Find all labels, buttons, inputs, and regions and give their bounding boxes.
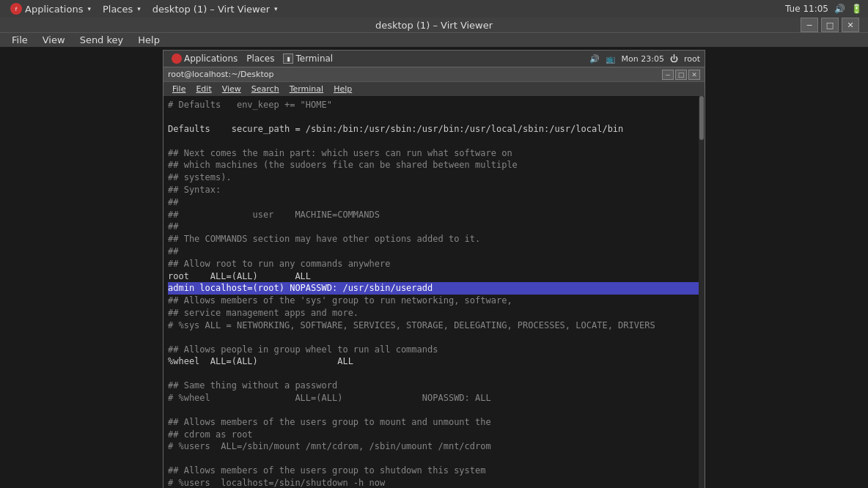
places-menu[interactable]: Places ▾ [98, 0, 145, 18]
inner-terminal-icon: ▮ [283, 53, 293, 64]
terminal-line: # %sys ALL = NETWORKING, SOFTWARE, SERVI… [168, 319, 700, 332]
inner-title-text: root@localhost:~/Desktop [168, 70, 273, 79]
inner-terminal-label: Terminal [295, 53, 333, 64]
close-button[interactable]: ✕ [842, 18, 859, 32]
terminal-line: ## Allows members of the 'sys' group to … [168, 295, 700, 307]
inner-menu-terminal[interactable]: Terminal [285, 84, 328, 95]
inner-close-button[interactable]: ✕ [688, 70, 700, 80]
menu-view[interactable]: View [37, 33, 71, 47]
terminal-line: ## The COMMANDS section may have other o… [168, 233, 700, 245]
inner-minimize-button[interactable]: − [662, 70, 674, 80]
terminal-line: ## cdrom as root [168, 429, 700, 441]
inner-places-label: Places [246, 53, 274, 64]
inner-terminal-menu[interactable]: ▮ Terminal [279, 53, 336, 64]
terminal-line [168, 368, 700, 380]
inner-screen-icon: 📺 [606, 54, 616, 64]
scrollbar[interactable] [699, 96, 705, 488]
inner-top-left: Applications Places ▮ Terminal [168, 53, 336, 64]
menu-file[interactable]: File [6, 33, 34, 47]
inner-places-menu[interactable]: Places [243, 53, 278, 64]
inner-title-controls: − □ ✕ [662, 70, 700, 80]
inner-time: Mon 23:05 [622, 54, 664, 64]
menu-send-key[interactable]: Send key [74, 33, 130, 47]
fedora-icon: f [10, 3, 22, 15]
terminal-line: admin localhost=(root) NOPASSWD: /usr/sb… [168, 282, 700, 295]
inner-applications-label: Applications [184, 53, 238, 64]
inner-fedora-icon [172, 53, 182, 64]
terminal-line: ## Allows people in group wheel to run a… [168, 344, 700, 356]
system-bar-right: Tue 11:05 🔊 🔋 [785, 4, 862, 14]
terminal-line: # Defaults env_keep += "HOME" [168, 99, 700, 111]
terminal-line: ## [168, 196, 700, 209]
terminal-line: %wheel ALL=(ALL) ALL [168, 355, 700, 368]
terminal-line [168, 332, 700, 344]
volume-icon[interactable]: 🔊 [834, 4, 845, 14]
applications-label: Applications [25, 4, 83, 15]
system-bar-left: f Applications ▾ Places ▾ desktop (1) – … [6, 0, 282, 18]
inner-menu-help[interactable]: Help [329, 84, 356, 95]
terminal-line: ## Allow root to run any commands anywhe… [168, 258, 700, 270]
inner-menu-search[interactable]: Search [247, 84, 284, 95]
terminal-line: ## [168, 221, 700, 233]
terminal-line [168, 136, 700, 147]
places-arrow: ▾ [137, 5, 141, 12]
terminal-content[interactable]: # Defaults env_keep += "HOME"Defaults se… [163, 96, 705, 488]
maximize-button[interactable]: □ [821, 18, 839, 32]
terminal-line [168, 111, 700, 123]
terminal-line: ## Syntax: [168, 184, 700, 196]
terminal-line: ## which machines (the sudoers file can … [168, 159, 700, 171]
terminal-line: ## user MACHINE=COMMANDS [168, 209, 700, 221]
battery-icon: 🔋 [851, 4, 862, 14]
inner-menu-file[interactable]: File [168, 84, 190, 95]
terminal-line: ## systems). [168, 171, 700, 184]
vm-display: Applications Places ▮ Terminal 🔊 📺 Mon 2… [0, 47, 868, 488]
terminal-line: # %users ALL=/sbin/mount /mnt/cdrom, /sb… [168, 440, 700, 453]
virt-title-bar: desktop (1) – Virt Viewer − □ ✕ [0, 18, 868, 32]
system-bar: f Applications ▾ Places ▾ desktop (1) – … [0, 0, 868, 18]
terminal-line: ## Same thing without a password [168, 380, 700, 392]
terminal-line [168, 404, 700, 416]
applications-arrow: ▾ [87, 5, 91, 12]
virt-viewer-menu[interactable]: desktop (1) – Virt Viewer ▾ [148, 0, 282, 18]
inner-volume-icon: 🔊 [589, 54, 600, 64]
inner-power-icon: ⏻ [670, 54, 678, 64]
inner-window: Applications Places ▮ Terminal 🔊 📺 Mon 2… [163, 50, 705, 488]
terminal-line: ## Next comes the main part: which users… [168, 147, 700, 160]
virt-title: desktop (1) – Virt Viewer [67, 20, 801, 31]
terminal-line: root ALL=(ALL) ALL [168, 270, 700, 283]
virt-title-controls: − □ ✕ [801, 18, 859, 32]
virt-menu-bar: File View Send key Help [0, 32, 868, 47]
inner-applications-menu[interactable]: Applications [168, 53, 241, 64]
virt-viewer-arrow: ▾ [274, 5, 278, 12]
inner-menu-bar: File Edit View Search Terminal Help [163, 81, 705, 96]
terminal-line: # %users localhost=/sbin/shutdown -h now [168, 477, 700, 488]
inner-top-right: 🔊 📺 Mon 23:05 ⏻ root [589, 54, 700, 64]
terminal-line: ## service management apps and more. [168, 307, 700, 319]
scroll-thumb[interactable] [699, 96, 704, 140]
terminal-line: Defaults secure_path = /sbin:/bin:/usr/s… [168, 123, 700, 136]
places-label: Places [103, 4, 133, 15]
virt-viewer-window: desktop (1) – Virt Viewer − □ ✕ File Vie… [0, 18, 868, 488]
minimize-button[interactable]: − [801, 18, 818, 32]
inner-maximize-button[interactable]: □ [675, 70, 687, 80]
terminal-line: # %wheel ALL=(ALL) NOPASSWD: ALL [168, 392, 700, 404]
inner-top-bar: Applications Places ▮ Terminal 🔊 📺 Mon 2… [163, 51, 705, 67]
terminal-line [168, 453, 700, 465]
terminal-line: ## [168, 245, 700, 258]
terminal-line: ## Allows members of the users group to … [168, 416, 700, 429]
applications-menu[interactable]: f Applications ▾ [6, 0, 95, 18]
menu-help[interactable]: Help [132, 33, 166, 47]
terminal-line: ## Allows members of the users group to … [168, 465, 700, 477]
virt-viewer-label: desktop (1) – Virt Viewer [152, 4, 270, 15]
system-time: Tue 11:05 [785, 4, 828, 14]
inner-menu-edit[interactable]: Edit [191, 84, 216, 95]
inner-title-bar: root@localhost:~/Desktop − □ ✕ [163, 67, 705, 81]
inner-menu-view[interactable]: View [218, 84, 246, 95]
inner-user: root [684, 54, 700, 64]
